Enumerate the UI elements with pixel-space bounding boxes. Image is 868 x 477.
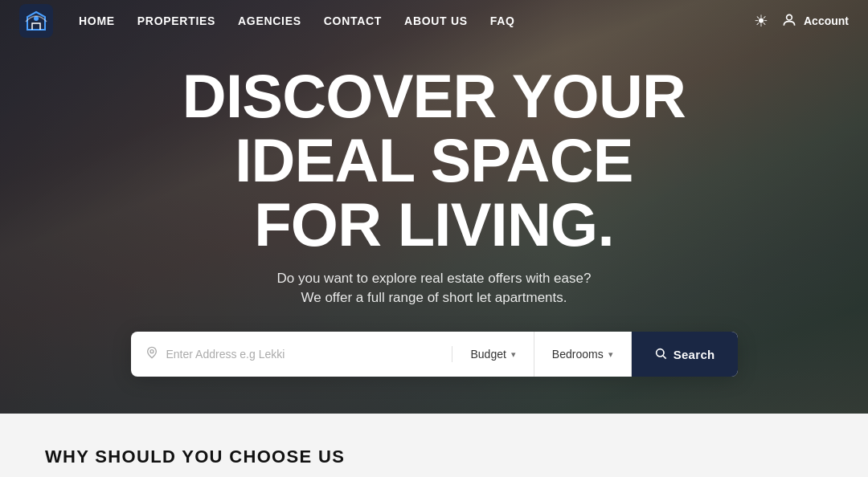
budget-chevron-icon: ▾	[511, 349, 516, 360]
nav-item-agencies[interactable]: AGENCIES	[238, 14, 301, 28]
sun-icon: ☀	[754, 11, 768, 31]
nav-links: HOME PROPERTIES AGENCIES CONTACT ABOUT U…	[79, 14, 515, 28]
nav-link-properties[interactable]: PROPERTIES	[137, 14, 215, 27]
hero-subtitle1: Do you want to explore real estate offer…	[277, 271, 592, 287]
hero-title: DISCOVER YOUR IDEAL SPACE FOR LIVING.	[182, 64, 686, 256]
nav-link-about[interactable]: ABOUT US	[404, 14, 468, 27]
nav-item-contact[interactable]: CONTACT	[324, 14, 382, 28]
bedrooms-chevron-icon: ▾	[608, 349, 613, 360]
nav-link-faq[interactable]: FAQ	[490, 14, 515, 27]
nav-item-home[interactable]: HOME	[79, 14, 115, 28]
svg-point-3	[150, 350, 154, 353]
logo[interactable]	[19, 4, 53, 38]
search-icon	[654, 347, 667, 362]
hero-title-line3: FOR LIVING.	[254, 190, 614, 259]
search-button-label: Search	[674, 348, 715, 361]
address-input[interactable]	[166, 348, 438, 361]
svg-point-2	[787, 14, 792, 20]
bedrooms-label: Bedrooms	[552, 348, 604, 361]
search-address-field	[131, 346, 453, 362]
nav-item-properties[interactable]: PROPERTIES	[137, 14, 215, 28]
nav-link-contact[interactable]: CONTACT	[324, 14, 382, 27]
hero-subtitle2: We offer a full range of short let apart…	[301, 290, 567, 306]
navbar: HOME PROPERTIES AGENCIES CONTACT ABOUT U…	[0, 0, 868, 42]
nav-link-agencies[interactable]: AGENCIES	[238, 14, 301, 27]
svg-line-5	[663, 356, 666, 359]
budget-label: Budget	[470, 348, 506, 361]
nav-link-home[interactable]: HOME	[79, 14, 115, 27]
nav-item-about[interactable]: ABOUT US	[404, 14, 468, 28]
bottom-section: WHY SHOULD YOU CHOOSE US	[0, 414, 868, 477]
budget-dropdown[interactable]: Budget ▾	[452, 332, 534, 377]
search-bar: Budget ▾ Bedrooms ▾ Search	[131, 332, 738, 377]
hero-title-line2: IDEAL SPACE	[235, 126, 633, 194]
hero-title-line1: DISCOVER YOUR	[182, 62, 686, 130]
nav-item-faq[interactable]: FAQ	[490, 14, 515, 28]
hero-section: HOME PROPERTIES AGENCIES CONTACT ABOUT U…	[0, 0, 868, 414]
search-button[interactable]: Search	[632, 332, 738, 377]
nav-left: HOME PROPERTIES AGENCIES CONTACT ABOUT U…	[19, 4, 515, 38]
nav-right: ☀ Account	[754, 11, 849, 31]
user-icon	[781, 12, 797, 31]
theme-toggle-button[interactable]: ☀	[754, 11, 768, 31]
svg-point-4	[656, 349, 663, 357]
account-label: Account	[804, 14, 849, 27]
account-button[interactable]: Account	[781, 12, 849, 31]
why-choose-us-title: WHY SHOULD YOU CHOOSE US	[45, 446, 345, 467]
location-pin-icon	[145, 346, 158, 362]
hero-content: DISCOVER YOUR IDEAL SPACE FOR LIVING. Do…	[0, 0, 868, 377]
bedrooms-dropdown[interactable]: Bedrooms ▾	[534, 332, 632, 377]
